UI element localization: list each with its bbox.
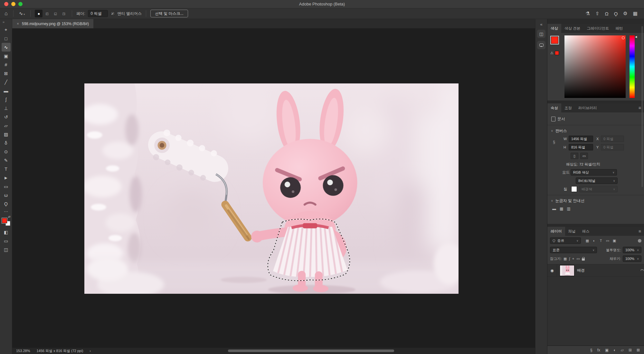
screen-mode-button[interactable]: ▭ <box>2 236 11 245</box>
opacity-input[interactable]: 100% ∨ <box>623 247 641 253</box>
notifications-bell-icon[interactable]: Ω <box>605 11 608 16</box>
layer-thumbnail[interactable] <box>560 265 574 276</box>
gamut-warning[interactable]: ⚠ <box>550 51 559 55</box>
layer-row-background[interactable]: ◉ <box>547 264 644 277</box>
close-window-button[interactable] <box>4 2 8 6</box>
tab-channels[interactable]: 채널 <box>565 227 579 236</box>
fill-color-chip[interactable] <box>571 186 577 192</box>
hue-slider[interactable] <box>630 35 635 98</box>
layer-filter-select[interactable]: Ϙ 종류 ∨ <box>550 237 581 244</box>
settings-gear-icon[interactable]: ⚙ <box>623 11 627 16</box>
layer-visibility-toggle[interactable]: ◉ <box>547 264 557 276</box>
select-and-mask-button[interactable]: 선택 및 마스크... <box>150 10 188 17</box>
zoom-level[interactable]: 153.28% <box>16 349 30 353</box>
lock-artboard-icon[interactable]: ▭ <box>576 257 580 261</box>
landscape-orientation-button[interactable]: ▭ <box>580 153 588 159</box>
crop-tool[interactable]: # <box>2 60 11 69</box>
tab-properties[interactable]: 속성 <box>547 103 561 112</box>
filter-type-layers-icon[interactable]: T <box>598 239 603 243</box>
blend-mode-select[interactable]: 표준 ∨ <box>550 247 597 253</box>
tab-color[interactable]: 색상 <box>547 24 561 33</box>
horizontal-scrollbar[interactable] <box>228 349 394 352</box>
tab-libraries[interactable]: 라이브러리 <box>575 103 600 112</box>
portrait-orientation-button[interactable]: ▯ <box>571 153 578 159</box>
lock-transparency-icon[interactable]: ▦ <box>564 257 567 261</box>
close-tab-icon[interactable]: × <box>17 22 19 26</box>
foreground-color-swatch[interactable] <box>551 36 558 44</box>
guides-section-header[interactable]: ∨ 눈금자 및 안내선 <box>547 197 644 205</box>
color-field[interactable] <box>564 35 626 98</box>
version-history-icon[interactable]: ◫ <box>537 30 545 38</box>
swap-colors-icon[interactable]: ⇄ <box>8 215 11 218</box>
fill-select[interactable]: 배경색 ∨ <box>579 186 618 192</box>
eraser-tool[interactable]: ▱ <box>2 121 11 130</box>
antialias-checkbox[interactable]: ✓ <box>110 11 115 16</box>
document-tab[interactable]: × 598.midjourney.png @ 153% (RGB/8#) <box>12 19 93 28</box>
canvas-image[interactable] <box>84 83 459 294</box>
new-selection-mode-button[interactable]: ■ <box>35 10 43 17</box>
delete-layer-icon[interactable]: ⊠ <box>637 348 640 352</box>
clone-stamp-tool[interactable]: ⊥ <box>2 104 11 112</box>
object-selection-tool[interactable]: ▣ <box>2 52 11 60</box>
feather-input[interactable]: 0 픽셀 <box>88 10 108 17</box>
frame-tool[interactable]: ⊠ <box>2 69 11 78</box>
zoom-window-button[interactable] <box>18 2 23 6</box>
bit-depth-select[interactable]: 8비트/채널 ∨ <box>576 177 618 184</box>
tab-gradients[interactable]: 그레이디언트 <box>583 24 612 33</box>
tab-patterns[interactable]: 패턴 <box>612 24 626 33</box>
blur-tool[interactable]: δ <box>2 139 11 147</box>
grid-icon[interactable]: ▥ <box>567 206 570 211</box>
minimize-window-button[interactable] <box>11 2 15 6</box>
status-chevron-icon[interactable]: › <box>90 349 91 353</box>
guides-icon[interactable]: ▦ <box>560 206 563 211</box>
tab-adjustments[interactable]: 조정 <box>561 103 575 112</box>
extras-button[interactable]: ◫ <box>2 245 11 254</box>
lasso-tool[interactable]: ∿ <box>2 43 11 52</box>
foreground-color-swatch[interactable] <box>2 218 7 223</box>
path-selection-tool[interactable]: ► <box>2 173 11 182</box>
move-tool[interactable]: ⌖ <box>2 25 11 34</box>
beaker-icon[interactable]: ⚗ <box>585 11 590 16</box>
lock-position-icon[interactable]: ⌖ <box>572 257 574 261</box>
healing-brush-tool[interactable]: ▬ <box>2 86 11 95</box>
current-tool-preset[interactable]: ∿ ▾ <box>18 11 26 16</box>
share-icon[interactable]: ⇧ <box>595 11 600 16</box>
link-layers-icon[interactable]: § <box>590 348 592 352</box>
lock-pixels-icon[interactable]: ʃ <box>569 257 570 261</box>
quick-mask-button[interactable]: ◧ <box>2 228 11 236</box>
link-dimensions-icon[interactable]: § <box>553 139 555 144</box>
canvas-section-header[interactable]: ∨ 캔버스 <box>547 127 644 135</box>
subtract-selection-mode-button[interactable]: ◱ <box>52 10 59 17</box>
lock-all-icon[interactable] <box>582 258 585 261</box>
x-input[interactable]: 0 픽셀 <box>601 136 624 142</box>
filter-toggle-icon[interactable] <box>638 239 641 243</box>
toolbar-expand-icon[interactable]: » <box>0 20 5 25</box>
intersect-selection-mode-button[interactable]: ◳ <box>60 10 68 17</box>
tab-layers[interactable]: 레이어 <box>547 227 565 236</box>
tab-paths[interactable]: 패스 <box>579 227 593 236</box>
fill-opacity-input[interactable]: 100% ∨ <box>623 255 641 262</box>
tab-swatches[interactable]: 색상 견본 <box>561 24 583 33</box>
new-adjustment-layer-icon[interactable]: ◐ <box>613 348 616 352</box>
home-icon[interactable]: ⌂ <box>3 11 9 16</box>
comments-icon[interactable] <box>537 41 545 49</box>
canvas-viewport[interactable] <box>12 29 535 347</box>
color-mode-select[interactable]: RGB 색상 ∨ <box>571 169 617 176</box>
hand-tool[interactable]: ω <box>2 191 11 199</box>
width-input[interactable]: 1456 픽셀 <box>569 136 593 142</box>
eyedropper-tool[interactable]: ╱ <box>2 78 11 86</box>
brush-tool[interactable]: ʃ <box>2 95 11 104</box>
panel-menu-icon[interactable]: ≡ <box>639 229 644 234</box>
workspace-icon[interactable]: ▦ <box>633 11 638 16</box>
zoom-tool[interactable]: Ϙ <box>2 199 11 208</box>
add-selection-mode-button[interactable]: ◰ <box>43 10 51 17</box>
rectangle-tool[interactable]: ▭ <box>2 182 11 191</box>
add-layer-mask-icon[interactable]: ▣ <box>605 348 609 352</box>
filter-adjustment-layers-icon[interactable]: ◐ <box>592 239 597 243</box>
rulers-icon[interactable]: ▬ <box>552 206 556 211</box>
history-brush-tool[interactable]: ↺ <box>2 112 11 121</box>
y-input[interactable]: 0 픽셀 <box>601 144 624 150</box>
search-icon[interactable]: Ϙ <box>614 11 618 16</box>
new-layer-icon[interactable]: ⊞ <box>629 348 632 352</box>
filter-smart-objects-icon[interactable]: ▣ <box>612 239 617 243</box>
